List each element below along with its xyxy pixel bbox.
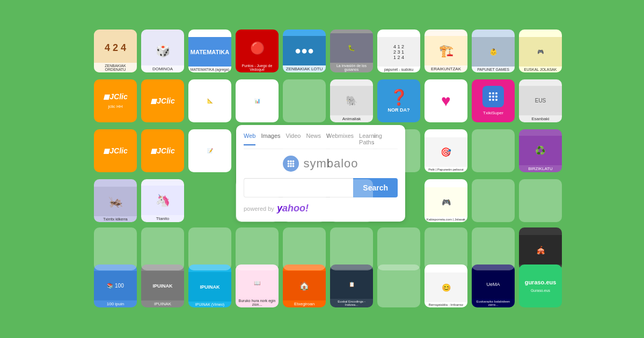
tile-heart[interactable]: ♥: [425, 79, 467, 122]
tile-zenbakiak-ordenatu[interactable]: 4 2 4 ZENBAKIAK ORDENATU: [94, 30, 137, 72]
empty-tile-r4c6: [283, 179, 326, 222]
tile-buruko[interactable]: 📖 Buruko hura nork egin zion...: [236, 264, 279, 307]
tile-matematika[interactable]: MATEMATIKA MATEMATIKA (agrega): [188, 30, 231, 72]
tile-berrogeialdia[interactable]: 😊 Berrogeialdia - Irribarrez: [425, 264, 467, 307]
tile-label: ERAIKUNTZAK: [425, 65, 467, 72]
tab-web[interactable]: Web: [244, 133, 255, 145]
tile-label: IPUINAK (Vimeo): [188, 302, 231, 307]
tile-label: ZENBAKIAK ORDENATU: [94, 63, 137, 72]
empty-tile-r3c6: [330, 129, 373, 172]
tile-label: NOR DA?: [387, 106, 411, 114]
empty-tile-r5c8: [425, 227, 467, 270]
small-tile-r2c4[interactable]: 📊: [236, 79, 279, 122]
empty-tile-r5c4: [236, 227, 279, 270]
tile-euskarazko[interactable]: UeMA Euskarazko balabideen zerre...: [472, 264, 515, 307]
tile-puntos[interactable]: 🔴 Puntos - Juego de Vedoque: [236, 30, 279, 72]
svg-point-4: [492, 95, 494, 98]
tile-label: Kabixporreta.com | Jolasak: [425, 217, 467, 222]
empty-tile-r6c7: [377, 264, 420, 307]
svg-point-1: [492, 92, 494, 94]
tile-jclic-3[interactable]: ◼JClic: [94, 129, 137, 172]
tile-ipuinak[interactable]: IPUINAK IPUINAK: [141, 264, 184, 307]
tile-label: Puntos - Juego de Vedoque: [236, 63, 279, 72]
tile-label: Esanbaki: [519, 115, 562, 122]
tile-label: Buruko hura nork egin zion...: [236, 298, 279, 307]
small-tile-r2c3[interactable]: 📐: [188, 79, 231, 122]
tile-jclic-hh[interactable]: ◼JClic jclic HH: [94, 79, 137, 122]
tile-label: Etxegiroan: [283, 300, 326, 307]
tile-label: papunet - sudoku: [377, 67, 420, 72]
tile-label: Animaliak: [330, 115, 373, 122]
tile-dominoa[interactable]: 🎲 DOMINOA: [141, 30, 184, 72]
empty-tile-r5c3: [188, 227, 231, 270]
tile-label: BIRZIKLATU: [519, 165, 562, 172]
svg-point-6: [489, 99, 491, 101]
tile-label: Berrogeialdia - Irribarrez: [425, 302, 467, 307]
tile-label: 100 ipuin: [94, 300, 137, 307]
tile-label: Ttanito: [141, 215, 184, 222]
tile-nor-da[interactable]: ❓ NOR DA?: [377, 79, 420, 122]
tile-label: IPUINAK: [141, 300, 184, 307]
empty-tile-r5c9: [472, 227, 515, 270]
tile-kabixporreta[interactable]: 🎮 Kabixporreta.com | Jolasak: [425, 179, 467, 222]
tile-eraikuntzak[interactable]: 🏗️ ERAIKUNTZAK: [425, 30, 467, 72]
tab-images[interactable]: Images: [261, 133, 280, 145]
tile-label: DOMINOA: [141, 65, 184, 72]
tile-esanbaki[interactable]: EUS Esanbaki: [519, 79, 562, 122]
svg-point-3: [489, 95, 491, 98]
tile-label: PAPUNET GAMES: [472, 67, 515, 72]
tile-label: Guraso.eus: [530, 288, 551, 293]
empty-tile-r3c5: [283, 129, 326, 172]
tile-label: MATEMATIKA (agrega): [188, 67, 231, 72]
tile-papunet-games[interactable]: 👶 PAPUNET GAMES: [472, 30, 515, 72]
tile-sudoku[interactable]: 4 1 22 3 11 2 4 papunet - sudoku: [377, 30, 420, 72]
empty-tile-r4c7: [330, 179, 373, 222]
svg-point-8: [495, 99, 497, 101]
tile-jclic-4[interactable]: ◼JClic: [141, 129, 184, 172]
svg-point-7: [492, 99, 494, 101]
empty-tile-r5c5: [283, 227, 326, 270]
tile-label: jclic HH: [107, 103, 123, 110]
empty-tile-r3c9: [472, 129, 515, 172]
tile-label: Euskarazko balabideen zerre...: [472, 299, 515, 307]
tile-euskal-jolasak[interactable]: 🎮 EUSKAL JOLASAK: [519, 30, 562, 72]
tile-birziklatu[interactable]: ♻️ BIRZIKLATU: [519, 129, 562, 172]
empty-tile-r2c5: [283, 79, 326, 122]
svg-point-2: [495, 92, 497, 94]
tile-euskal-encodings[interactable]: 📋 Euskal Encodings - Indizea...: [330, 264, 373, 307]
svg-point-5: [495, 95, 497, 98]
tile-ipuinak-vimeo[interactable]: IPUINAK IPUINAK (Vimeo): [188, 264, 231, 307]
empty-tile-r5c7: [377, 227, 420, 270]
tile-label: La invasión de los gusanos: [330, 63, 373, 72]
small-tile-r3c3[interactable]: 📝: [188, 129, 231, 172]
empty-tile-r4c9: [472, 179, 515, 222]
tile-txikisuper[interactable]: TxikiSuper: [472, 79, 515, 122]
tile-invasion[interactable]: 🐛 La invasión de los gusanos: [330, 30, 373, 72]
tile-pelit[interactable]: 🎯 Pelit | Papunetin pelisvut: [425, 129, 467, 172]
tile-label: Txirritx kilkerra: [94, 216, 137, 222]
tile-zenbakiak-lotu[interactable]: ●●● ZENBAKIAK LOTU: [283, 30, 326, 72]
tile-label: ZENBAKIAK LOTU: [283, 65, 326, 72]
tile-ttanito[interactable]: 🦄 Ttanito: [141, 179, 184, 222]
tile-100-ipuin[interactable]: 📚 100 100 ipuin: [94, 264, 137, 307]
empty-tile-r5c2: [141, 227, 184, 270]
tiles-layout: 4 2 4 ZENBAKIAK ORDENATU 🎲 DOMINOA MATEM…: [0, 0, 644, 338]
tile-label: EUSKAL JOLASAK: [519, 67, 562, 72]
svg-point-0: [489, 92, 491, 94]
tile-label: TxikiSuper: [482, 109, 504, 116]
tile-txirritx[interactable]: 🦗 Txirritx kilkerra: [94, 179, 137, 222]
tile-zirika[interactable]: 🎪 Zirika zirkus: [519, 227, 562, 270]
empty-tile-r3c7: [377, 129, 420, 172]
tile-label: Pelit | Papunetin pelisvut: [425, 167, 467, 172]
empty-tile-r5c6: [330, 227, 373, 270]
empty-tile-r5c1: [94, 227, 137, 270]
tile-animaliak[interactable]: 🐘 Animaliak: [330, 79, 373, 122]
empty-tile-r4c10: [519, 179, 562, 222]
empty-tile-r4c5: [236, 179, 279, 222]
tile-etxegiroan[interactable]: 🏠 Etxegiroan: [283, 264, 326, 307]
tile-jclic-2[interactable]: ◼JClic: [141, 79, 184, 122]
tile-label: Euskal Encodings - Indizea...: [330, 299, 373, 307]
tile-guraso[interactable]: guraso.eus Guraso.eus: [519, 264, 562, 307]
